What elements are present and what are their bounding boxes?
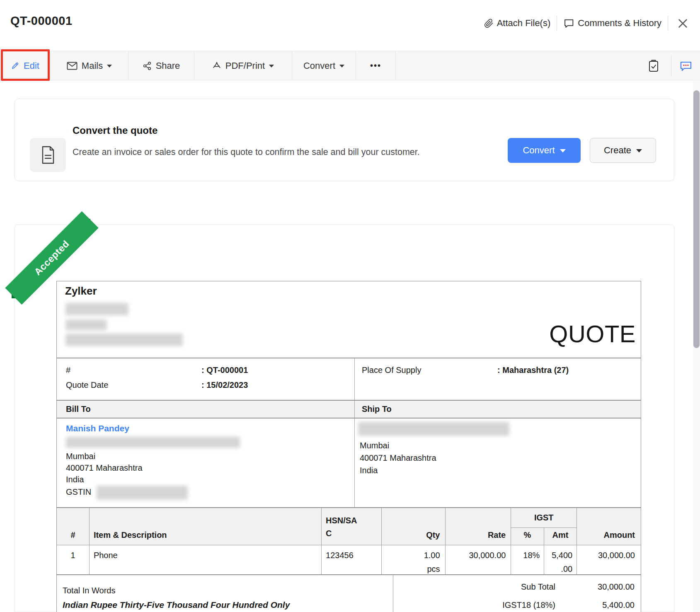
quote-paper: Zylker QUOTE # : QT-000001 Quote Date : … xyxy=(56,281,641,612)
chevron-down-icon xyxy=(339,65,344,68)
toolbar-spacer xyxy=(396,51,636,80)
header-bar: QT-000001 Attach File(s) Comments & Hist… xyxy=(0,0,700,46)
redacted-address-line xyxy=(66,437,240,448)
column-item-description: Item & Description xyxy=(89,508,321,545)
billship-header-row: Bill To Ship To xyxy=(57,401,641,418)
scrollbar-thumb[interactable] xyxy=(693,90,700,348)
close-button[interactable] xyxy=(674,15,691,31)
column-sno: # xyxy=(57,508,89,545)
convert-button[interactable]: Convert xyxy=(508,138,581,163)
comments-history-button[interactable]: Comments & History xyxy=(563,18,661,29)
ship-to-country: India xyxy=(360,466,378,475)
share-button[interactable]: Share xyxy=(128,51,194,80)
pdf-print-button[interactable]: PDF/Print xyxy=(194,51,292,80)
quote-details-right: Place Of Supply : Maharashtra (27) xyxy=(355,358,641,400)
gstin-label: GSTIN xyxy=(66,487,91,497)
comments-history-label: Comments & History xyxy=(578,18,661,29)
subtotal-label: Sub Total xyxy=(393,582,555,592)
item-igst-amt: 5,400 .00 xyxy=(544,545,576,574)
column-qty: Qty xyxy=(381,508,445,545)
create-button-label: Create xyxy=(604,145,631,156)
quote-document-card: Zylker QUOTE # : QT-000001 Quote Date : … xyxy=(15,225,674,612)
ship-to-state: 400071 Maharashtra xyxy=(360,453,436,463)
item-qty: 1.00 pcs xyxy=(381,545,445,574)
convert-label: Convert xyxy=(303,60,335,71)
envelope-icon xyxy=(67,62,78,70)
redacted-address-line xyxy=(65,334,183,346)
attach-files-label: Attach File(s) xyxy=(497,18,551,29)
mails-button[interactable]: Mails xyxy=(51,51,128,80)
quote-number-value: : QT-000001 xyxy=(201,363,248,377)
item-name: Phone xyxy=(89,545,321,574)
totals-section: Total In Words Indian Rupee Thirty-Five … xyxy=(57,575,641,612)
document-icon xyxy=(40,145,56,164)
quote-details-section: # : QT-000001 Quote Date : 15/02/2023 Pl… xyxy=(57,358,641,401)
bill-to-state: 400071 Maharashtra xyxy=(66,463,143,473)
customer-name-link[interactable]: Manish Pandey xyxy=(66,423,129,433)
bill-to-heading: Bill To xyxy=(57,401,355,418)
item-igst-amt-line2: .00 xyxy=(544,562,572,576)
igst-row: IGST18 (18%) 5,400.00 xyxy=(393,596,641,612)
attach-files-button[interactable]: Attach File(s) xyxy=(484,18,551,29)
document-icon-box xyxy=(30,138,66,172)
pencil-icon xyxy=(11,61,19,70)
share-label: Share xyxy=(156,60,180,71)
quote-number-label: # xyxy=(66,363,201,377)
items-table-header: # Item & Description HSN/SAC Qty Rate IG… xyxy=(57,508,641,545)
paperclip-icon xyxy=(484,18,494,29)
chevron-down-icon xyxy=(560,149,566,152)
pdf-print-label: PDF/Print xyxy=(225,60,265,71)
company-name: Zylker xyxy=(65,285,97,298)
convert-menu-button[interactable]: Convert xyxy=(292,51,356,80)
igst-label: IGST18 (18%) xyxy=(393,600,555,610)
create-button[interactable]: Create xyxy=(590,138,656,163)
more-actions-button[interactable]: ••• xyxy=(356,51,396,80)
quote-details-left: # : QT-000001 Quote Date : 15/02/2023 xyxy=(57,358,355,400)
item-igst-pct: 18% xyxy=(511,545,544,574)
ship-to-city: Mumbai xyxy=(360,441,389,450)
igst-value: 5,400.00 xyxy=(555,600,641,610)
item-igst-amt-line1: 5,400 xyxy=(544,549,572,562)
convert-banner: Convert the quote Create an invoice or s… xyxy=(15,99,674,181)
column-igst-group: IGST % Amt xyxy=(511,508,576,545)
clipboard-check-icon xyxy=(648,59,659,73)
quote-date-value: : 15/02/2023 xyxy=(201,377,248,392)
chevron-down-icon xyxy=(636,149,642,152)
toolbar: Edit Mails Share PDF/Print Convert xyxy=(0,51,700,80)
chevron-down-icon xyxy=(269,65,274,68)
column-igst: IGST xyxy=(511,508,576,528)
total-in-words-label: Total In Words xyxy=(63,586,115,595)
header-actions: Attach File(s) Comments & History xyxy=(484,0,691,46)
item-amount: 30,000.00 xyxy=(576,545,641,574)
chat-dots-icon xyxy=(679,60,693,72)
quote-detail-page: QT-000001 Attach File(s) Comments & Hist… xyxy=(0,0,700,612)
column-rate: Rate xyxy=(445,508,511,545)
pdf-icon xyxy=(212,61,221,70)
total-in-words-cell: Total In Words Indian Rupee Thirty-Five … xyxy=(57,575,393,612)
chat-comments-button[interactable] xyxy=(671,51,700,80)
ship-to-heading: Ship To xyxy=(355,401,641,418)
page-title: QT-000001 xyxy=(10,14,73,28)
redacted-address-line xyxy=(358,422,509,436)
item-qty-value: 1.00 xyxy=(382,549,440,562)
bill-to-city: Mumbai xyxy=(66,452,95,461)
edit-button[interactable]: Edit xyxy=(0,51,51,80)
tasks-clipboard-button[interactable] xyxy=(636,51,671,80)
subtotal-row: Sub Total 30,000.00 xyxy=(393,578,641,596)
column-igst-pct: % xyxy=(511,528,544,545)
chevron-down-icon xyxy=(107,65,112,68)
ship-to-block: Mumbai 400071 Maharashtra India xyxy=(355,418,641,507)
header-divider xyxy=(557,16,557,31)
convert-button-label: Convert xyxy=(523,145,555,156)
banner-title: Convert the quote xyxy=(73,125,157,136)
item-sno: 1 xyxy=(57,545,89,574)
total-in-words-value: Indian Rupee Thirty-Five Thousand Four H… xyxy=(63,600,290,610)
subtotal-value: 30,000.00 xyxy=(555,582,641,592)
bill-to-country: India xyxy=(66,475,84,484)
header-divider xyxy=(668,16,668,31)
edit-label: Edit xyxy=(24,60,39,71)
column-hsn-sac: HSN/SAC xyxy=(326,514,358,540)
totals-cell: Sub Total 30,000.00 IGST18 (18%) 5,400.0… xyxy=(393,575,641,612)
scrollbar-track[interactable] xyxy=(693,81,700,612)
ellipsis-icon: ••• xyxy=(370,61,381,70)
